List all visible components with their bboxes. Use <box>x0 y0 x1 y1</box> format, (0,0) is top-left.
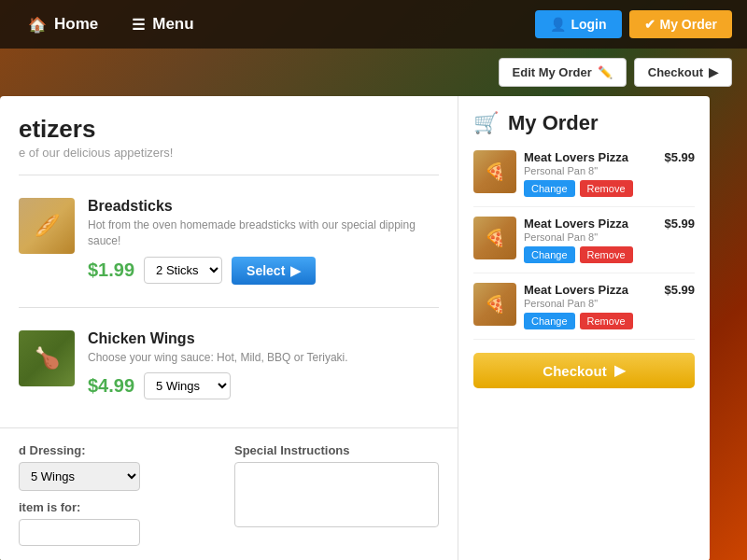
checkout-bottom-button[interactable]: Checkout ▶ <box>473 353 695 388</box>
wings-controls: $4.99 5 Wings 10 Wings 15 Wings 20 Wings <box>88 372 439 399</box>
order-item-3-remove-button[interactable]: Remove <box>580 313 633 329</box>
menu-item-wings: 🍗 Chicken Wings Choose your wing sauce: … <box>19 319 439 412</box>
left-panel: etizers e of our delicious appetizers! 🥖… <box>0 96 458 560</box>
order-item-3-buttons: Change Remove <box>524 313 656 329</box>
myorder-nav-label: My Order <box>660 17 717 32</box>
order-item-2-price: $5.99 <box>664 217 695 231</box>
order-item-1-img-placeholder: 🍕 <box>473 150 516 193</box>
special-instructions-label: Special Instructions <box>234 443 439 457</box>
left-form-fields: d Dressing: 5 Wings 10 Wings item is for… <box>19 443 223 546</box>
breadsticks-image: 🥖 <box>19 198 75 254</box>
bottom-panel: d Dressing: 5 Wings 10 Wings item is for… <box>0 427 458 560</box>
edit-icon: ✏️ <box>598 65 613 79</box>
user-icon: 👤 <box>550 17 566 32</box>
nav-home[interactable]: 🏠 Home <box>15 7 111 41</box>
order-item-2-img-placeholder: 🍕 <box>473 217 516 259</box>
special-instructions-section: Special Instructions <box>234 443 439 546</box>
breadsticks-details: Breadsticks Hot from the oven homemade b… <box>88 198 439 285</box>
home-icon: 🏠 <box>28 16 47 34</box>
order-item-1-change-button[interactable]: Change <box>524 180 575 197</box>
nav-menu-label: Menu <box>152 15 193 34</box>
wings-desc: Choose your wing sauce: Hot, Mild, BBQ o… <box>88 350 439 366</box>
order-item-2-change-button[interactable]: Change <box>524 246 575 263</box>
section-subtitle: e of our delicious appetizers! <box>19 146 439 160</box>
nav-right: 👤 Login ✔ My Order <box>535 10 732 38</box>
special-instructions-textarea[interactable] <box>234 462 439 527</box>
checkout-top-button[interactable]: Checkout ▶ <box>634 58 732 87</box>
nav-home-label: Home <box>54 15 98 34</box>
order-item-3-img-placeholder: 🍕 <box>473 283 516 326</box>
dressing-select[interactable]: 5 Wings 10 Wings <box>19 462 140 491</box>
order-item-1-buttons: Change Remove <box>524 180 656 197</box>
order-title-label: My Order <box>508 111 599 135</box>
order-item-3-price: $5.99 <box>664 283 695 297</box>
wings-name: Chicken Wings <box>88 330 439 347</box>
order-title: 🛒 My Order <box>473 111 695 135</box>
checkout-arrow-icon: ▶ <box>614 362 626 379</box>
nav-menu[interactable]: ☰ Menu <box>119 7 206 41</box>
order-item-1-image: 🍕 <box>473 150 516 193</box>
wings-qty-select[interactable]: 5 Wings 10 Wings 15 Wings 20 Wings <box>144 372 231 399</box>
myorder-nav-button[interactable]: ✔ My Order <box>629 10 732 38</box>
order-item-2-name: Meat Lovers Pizza <box>524 217 656 231</box>
subheader: Edit My Order ✏️ Checkout ▶ <box>0 49 747 96</box>
order-item-3: 🍕 Meat Lovers Pizza Personal Pan 8" Chan… <box>473 283 695 340</box>
breadsticks-select-label: Select <box>247 263 285 278</box>
order-item-2-sub: Personal Pan 8" <box>524 231 656 243</box>
divider-2 <box>19 307 439 308</box>
item-for-input[interactable] <box>19 519 140 546</box>
section-title: etizers <box>19 115 439 144</box>
checkout-bottom-label: Checkout <box>543 363 606 379</box>
order-item-2-image: 🍕 <box>473 217 516 259</box>
right-panel: 🛒 My Order 🍕 Meat Lovers Pizza Personal … <box>458 96 710 560</box>
order-item-3-sub: Personal Pan 8" <box>524 298 656 309</box>
breadsticks-name: Breadsticks <box>88 198 439 215</box>
menu-item-breadsticks: 🥖 Breadsticks Hot from the oven homemade… <box>19 187 439 296</box>
breadsticks-qty-select[interactable]: 1 Stick 2 Sticks 3 Sticks 4 Sticks <box>144 257 222 284</box>
breadsticks-price: $1.99 <box>88 259 134 281</box>
edit-order-label: Edit My Order <box>513 65 592 79</box>
order-item-1-details: Meat Lovers Pizza Personal Pan 8" Change… <box>524 150 656 197</box>
wings-image: 🍗 <box>19 330 75 386</box>
menu-icon: ☰ <box>132 16 145 34</box>
order-item-3-name: Meat Lovers Pizza <box>524 283 656 297</box>
dressing-row: d Dressing: 5 Wings 10 Wings <box>19 443 223 491</box>
order-item-3-change-button[interactable]: Change <box>524 313 575 329</box>
nav-left: 🏠 Home ☰ Menu <box>15 7 207 41</box>
breadsticks-desc: Hot from the oven homemade breadsticks w… <box>88 217 439 249</box>
select-arrow-icon: ▶ <box>290 263 301 278</box>
order-item-1-remove-button[interactable]: Remove <box>580 180 633 197</box>
login-label: Login <box>571 17 606 32</box>
item-for-row: item is for: <box>19 500 223 546</box>
breadsticks-controls: $1.99 1 Stick 2 Sticks 3 Sticks 4 Sticks… <box>88 257 439 285</box>
order-item-3-image: 🍕 <box>473 283 516 326</box>
order-item-1-sub: Personal Pan 8" <box>524 165 656 176</box>
arrow-right-icon: ▶ <box>709 65 718 79</box>
edit-order-button[interactable]: Edit My Order ✏️ <box>499 58 627 87</box>
order-item-2-buttons: Change Remove <box>524 246 656 263</box>
order-item-3-details: Meat Lovers Pizza Personal Pan 8" Change… <box>524 283 656 329</box>
item-for-label: item is for: <box>19 500 223 514</box>
checkout-top-label: Checkout <box>648 65 703 79</box>
wings-details: Chicken Wings Choose your wing sauce: Ho… <box>88 330 439 400</box>
wings-img-placeholder: 🍗 <box>19 330 75 386</box>
order-item-2-details: Meat Lovers Pizza Personal Pan 8" Change… <box>524 217 656 263</box>
wings-price: $4.99 <box>88 375 134 397</box>
order-item-2: 🍕 Meat Lovers Pizza Personal Pan 8" Chan… <box>473 217 695 273</box>
divider-1 <box>19 175 439 175</box>
order-item-2-remove-button[interactable]: Remove <box>580 246 633 263</box>
cart-icon: 🛒 <box>473 111 499 135</box>
order-item-1: 🍕 Meat Lovers Pizza Personal Pan 8" Chan… <box>473 150 695 207</box>
breadsticks-img-placeholder: 🥖 <box>19 198 75 254</box>
bottom-form: d Dressing: 5 Wings 10 Wings item is for… <box>19 443 439 546</box>
check-icon: ✔ <box>644 17 655 32</box>
order-item-1-name: Meat Lovers Pizza <box>524 150 656 164</box>
dressing-label: d Dressing: <box>19 443 223 457</box>
main-layout: etizers e of our delicious appetizers! 🥖… <box>0 96 747 560</box>
order-item-1-price: $5.99 <box>664 150 695 164</box>
login-button[interactable]: 👤 Login <box>535 10 621 38</box>
breadsticks-select-button[interactable]: Select ▶ <box>232 257 316 285</box>
navbar: 🏠 Home ☰ Menu 👤 Login ✔ My Order <box>0 0 747 49</box>
